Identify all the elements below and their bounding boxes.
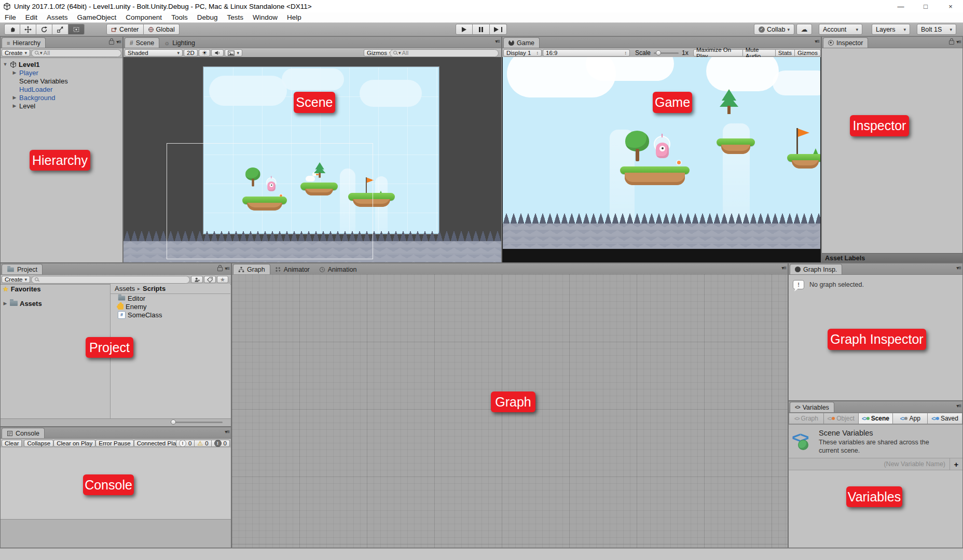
panel-menu-icon[interactable]: ▾≡	[225, 265, 229, 271]
panel-menu-icon[interactable]: ▾≡	[815, 38, 819, 44]
aspect-ratio-dropdown[interactable]: 16:9↕	[543, 49, 630, 57]
menu-assets[interactable]: Assets	[42, 13, 73, 21]
maximize-button[interactable]: □	[913, 0, 938, 12]
scope-tab-scene[interactable]: <>Scene	[859, 413, 893, 424]
scene-audio-toggle[interactable]	[211, 49, 224, 57]
tab-project[interactable]: Project	[2, 264, 43, 274]
console-error-pause-button[interactable]: Error Pause	[95, 440, 133, 447]
expand-arrow-icon[interactable]: ▶	[12, 103, 17, 108]
console-collapse-button[interactable]: Collapse	[24, 440, 53, 447]
menu-help[interactable]: Help	[282, 13, 306, 21]
shading-mode-dropdown[interactable]: Shaded▾	[125, 49, 183, 57]
tab-graph[interactable]: Graph	[233, 264, 270, 274]
scale-slider[interactable]	[654, 52, 679, 54]
tab-inspector[interactable]: Inspector	[823, 37, 868, 48]
zoom-slider-knob[interactable]	[171, 419, 176, 425]
add-variable-button[interactable]: +	[950, 460, 962, 469]
search-by-label-button[interactable]	[204, 276, 216, 283]
console-clear-on-play-button[interactable]: Clear on Play	[53, 440, 95, 447]
tab-hierarchy[interactable]: ≡Hierarchy	[2, 37, 46, 48]
tab-graph-insp[interactable]: Graph Insp.	[790, 264, 842, 274]
panel-menu-icon[interactable]: ▾≡	[225, 429, 229, 435]
tab-scene[interactable]: #Scene	[125, 37, 159, 48]
hierarchy-item-background[interactable]: ▶Background	[1, 93, 122, 102]
hierarchy-item-level[interactable]: ▶Level	[1, 102, 122, 110]
tab-animation[interactable]: Animation	[314, 264, 362, 274]
scope-tab-saved[interactable]: <>Saved	[928, 413, 962, 424]
menu-file[interactable]: File	[0, 13, 21, 21]
play-button[interactable]	[456, 24, 473, 35]
scene-effects-dropdown[interactable]: ▾	[225, 49, 242, 57]
mute-audio-button[interactable]: Mute Audio	[743, 49, 776, 57]
console-clear-button[interactable]: Clear	[2, 440, 22, 447]
menu-gameobject[interactable]: GameObject	[73, 13, 121, 21]
collab-button[interactable]: ✓ Collab▾	[754, 24, 794, 35]
lock-icon[interactable]	[949, 40, 954, 45]
search-favorites-button[interactable]: ★	[217, 276, 228, 283]
console-detail-pane[interactable]	[1, 519, 231, 548]
breadcrumb-assets[interactable]: Assets	[115, 285, 135, 292]
scene-viewport[interactable]	[123, 57, 501, 262]
new-variable-input[interactable]: (New Variable Name)	[789, 458, 950, 470]
rect-tool-button[interactable]	[68, 24, 85, 35]
panel-menu-icon[interactable]: ▾≡	[956, 265, 961, 271]
scene-search-input[interactable]: ▾All	[390, 49, 499, 57]
menu-tools[interactable]: Tools	[167, 13, 192, 21]
2d-toggle-button[interactable]: 2D	[184, 49, 198, 57]
menu-component[interactable]: Component	[121, 13, 167, 21]
panel-menu-icon[interactable]: ▾≡	[781, 265, 786, 271]
maximize-on-play-button[interactable]: Maximize On Play	[693, 49, 743, 57]
tab-animator[interactable]: Animator	[270, 264, 314, 274]
asset-item-someclass[interactable]: #SomeClass	[111, 311, 230, 319]
tab-variables[interactable]: <>Variables	[790, 402, 834, 412]
tab-console[interactable]: Console	[2, 428, 45, 438]
panel-menu-icon[interactable]: ▾≡	[116, 39, 121, 45]
account-button[interactable]: Account▾	[819, 24, 862, 35]
hierarchy-create-button[interactable]: Create▾	[2, 49, 30, 57]
menu-tests[interactable]: Tests	[222, 13, 248, 21]
asset-item-editor[interactable]: Editor	[111, 294, 230, 302]
panel-menu-icon[interactable]: ▾≡	[495, 38, 500, 44]
project-favorites-row[interactable]: ★Favorites	[1, 284, 110, 294]
lock-icon[interactable]	[217, 267, 223, 271]
display-dropdown[interactable]: Display 1↕	[503, 49, 542, 57]
breadcrumb-scripts[interactable]: Scripts	[143, 285, 166, 292]
thumbnail-zoom-slider[interactable]	[171, 422, 223, 423]
cloud-button[interactable]: ☁	[796, 24, 812, 35]
console-warning-filter[interactable]: ⚠0	[195, 440, 211, 447]
expand-arrow-icon[interactable]: ▼	[3, 62, 8, 67]
game-gizmos-button[interactable]: Gizmos	[795, 49, 821, 57]
scope-tab-object[interactable]: <>Object	[824, 413, 859, 424]
expand-arrow-icon[interactable]: ▶	[12, 70, 17, 75]
scale-slider-knob[interactable]	[656, 50, 661, 55]
lock-icon[interactable]	[109, 40, 114, 45]
layers-button[interactable]: Layers▾	[872, 24, 910, 35]
hierarchy-search-input[interactable]: ▾All	[31, 49, 121, 57]
tab-lighting[interactable]: ☼Lighting	[159, 38, 200, 48]
menu-window[interactable]: Window	[248, 13, 282, 21]
game-viewport[interactable]	[502, 57, 821, 262]
panel-menu-icon[interactable]: ▾≡	[956, 39, 961, 45]
scope-tab-graph[interactable]: <>Graph	[789, 413, 824, 424]
minimize-button[interactable]: —	[888, 0, 913, 12]
orientation-toggle-button[interactable]: Global	[144, 24, 180, 35]
asset-labels-bar[interactable]: Asset Labels	[822, 253, 962, 262]
project-create-button[interactable]: Create▾	[2, 276, 30, 283]
rotate-tool-button[interactable]	[36, 24, 52, 35]
move-tool-button[interactable]	[20, 24, 36, 35]
close-button[interactable]: ×	[938, 0, 963, 12]
tab-game[interactable]: Game	[503, 37, 540, 48]
scene-lighting-toggle[interactable]: ☀	[199, 49, 211, 57]
pivot-toggle-button[interactable]: Center	[106, 24, 144, 35]
console-error-filter[interactable]: !0	[212, 440, 230, 447]
expand-arrow-icon[interactable]: ▶	[3, 301, 8, 306]
hierarchy-item-hudloader[interactable]: HudLoader	[1, 85, 122, 93]
stats-button[interactable]: Stats	[776, 49, 795, 57]
asset-item-enemy[interactable]: Enemy	[111, 302, 230, 311]
project-search-input[interactable]	[31, 276, 190, 284]
menu-debug[interactable]: Debug	[192, 13, 223, 21]
console-info-filter[interactable]: !0	[176, 440, 195, 447]
scope-tab-app[interactable]: <>App	[893, 413, 928, 424]
menu-edit[interactable]: Edit	[21, 13, 42, 21]
hierarchy-item-scene-variables[interactable]: Scene Variables	[1, 77, 122, 85]
